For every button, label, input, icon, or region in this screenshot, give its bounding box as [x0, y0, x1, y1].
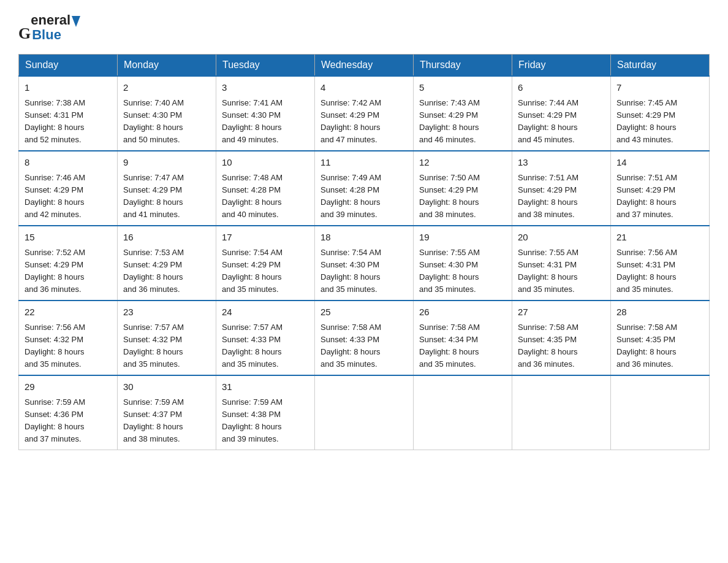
- day-number: 1: [25, 81, 112, 95]
- day-info: Sunrise: 7:59 AMSunset: 4:36 PMDaylight:…: [25, 397, 85, 443]
- day-number: 17: [222, 231, 309, 245]
- week-row-1: 1 Sunrise: 7:38 AMSunset: 4:31 PMDayligh…: [19, 76, 710, 151]
- day-info: Sunrise: 7:47 AMSunset: 4:29 PMDaylight:…: [123, 173, 184, 219]
- calendar-cell: 19 Sunrise: 7:55 AMSunset: 4:30 PMDaylig…: [414, 226, 512, 301]
- day-info: Sunrise: 7:58 AMSunset: 4:34 PMDaylight:…: [419, 323, 480, 369]
- calendar-cell: [611, 375, 710, 450]
- day-number: 23: [123, 305, 210, 320]
- day-number: 11: [320, 156, 408, 170]
- calendar-cell: 31 Sunrise: 7:59 AMSunset: 4:38 PMDaylig…: [216, 375, 315, 450]
- day-info: Sunrise: 7:58 AMSunset: 4:35 PMDaylight:…: [518, 323, 578, 369]
- logo-rest: eneral Blue: [31, 12, 81, 43]
- day-info: Sunrise: 7:57 AMSunset: 4:32 PMDaylight:…: [123, 323, 184, 369]
- day-number: 12: [419, 156, 506, 170]
- day-number: 24: [222, 305, 309, 320]
- day-info: Sunrise: 7:49 AMSunset: 4:28 PMDaylight:…: [320, 173, 381, 219]
- day-number: 5: [419, 81, 506, 95]
- day-number: 18: [320, 231, 408, 245]
- calendar-cell: 16 Sunrise: 7:53 AMSunset: 4:29 PMDaylig…: [118, 226, 216, 301]
- day-number: 10: [222, 156, 309, 170]
- day-info: Sunrise: 7:56 AMSunset: 4:31 PMDaylight:…: [616, 248, 677, 294]
- logo-area: G eneral Blue: [18, 12, 81, 43]
- day-info: Sunrise: 7:42 AMSunset: 4:29 PMDaylight:…: [320, 98, 381, 144]
- week-row-2: 8 Sunrise: 7:46 AMSunset: 4:29 PMDayligh…: [19, 151, 710, 226]
- page-header: G eneral Blue: [18, 12, 710, 43]
- calendar-cell: 4 Sunrise: 7:42 AMSunset: 4:29 PMDayligh…: [315, 76, 414, 151]
- day-info: Sunrise: 7:51 AMSunset: 4:29 PMDaylight:…: [518, 173, 578, 219]
- calendar-cell: 12 Sunrise: 7:50 AMSunset: 4:29 PMDaylig…: [414, 151, 512, 226]
- day-number: 27: [518, 305, 605, 320]
- logo-blue-text: Blue: [31, 27, 81, 43]
- calendar-cell: 27 Sunrise: 7:58 AMSunset: 4:35 PMDaylig…: [512, 301, 611, 375]
- calendar-cell: 11 Sunrise: 7:49 AMSunset: 4:28 PMDaylig…: [315, 151, 414, 226]
- day-info: Sunrise: 7:43 AMSunset: 4:29 PMDaylight:…: [419, 98, 480, 144]
- day-info: Sunrise: 7:50 AMSunset: 4:29 PMDaylight:…: [419, 173, 480, 219]
- svg-marker-0: [72, 16, 80, 27]
- week-row-3: 15 Sunrise: 7:52 AMSunset: 4:29 PMDaylig…: [19, 226, 710, 301]
- day-info: Sunrise: 7:58 AMSunset: 4:35 PMDaylight:…: [616, 323, 677, 369]
- calendar-cell: 6 Sunrise: 7:44 AMSunset: 4:29 PMDayligh…: [512, 76, 611, 151]
- logo-row1: eneral: [31, 12, 81, 28]
- day-info: Sunrise: 7:53 AMSunset: 4:29 PMDaylight:…: [123, 248, 184, 294]
- day-number: 15: [25, 231, 112, 245]
- calendar-table: SundayMondayTuesdayWednesdayThursdayFrid…: [18, 54, 710, 450]
- day-number: 20: [518, 231, 605, 245]
- day-number: 4: [320, 81, 408, 95]
- day-info: Sunrise: 7:58 AMSunset: 4:33 PMDaylight:…: [320, 323, 381, 369]
- col-header-sunday: Sunday: [19, 55, 118, 77]
- day-info: Sunrise: 7:59 AMSunset: 4:38 PMDaylight:…: [222, 397, 282, 443]
- day-info: Sunrise: 7:54 AMSunset: 4:30 PMDaylight:…: [320, 248, 381, 294]
- calendar-cell: 20 Sunrise: 7:55 AMSunset: 4:31 PMDaylig…: [512, 226, 611, 301]
- day-number: 21: [616, 231, 703, 245]
- day-number: 8: [25, 156, 112, 170]
- calendar-cell: 17 Sunrise: 7:54 AMSunset: 4:29 PMDaylig…: [216, 226, 315, 301]
- col-header-wednesday: Wednesday: [315, 55, 414, 77]
- calendar-cell: 5 Sunrise: 7:43 AMSunset: 4:29 PMDayligh…: [414, 76, 512, 151]
- week-row-5: 29 Sunrise: 7:59 AMSunset: 4:36 PMDaylig…: [19, 375, 710, 450]
- day-info: Sunrise: 7:41 AMSunset: 4:30 PMDaylight:…: [222, 98, 282, 144]
- calendar-cell: [512, 375, 611, 450]
- calendar-cell: [315, 375, 414, 450]
- day-number: 14: [616, 156, 703, 170]
- day-info: Sunrise: 7:38 AMSunset: 4:31 PMDaylight:…: [25, 98, 85, 144]
- day-info: Sunrise: 7:48 AMSunset: 4:28 PMDaylight:…: [222, 173, 282, 219]
- calendar-cell: 21 Sunrise: 7:56 AMSunset: 4:31 PMDaylig…: [611, 226, 710, 301]
- calendar-cell: 25 Sunrise: 7:58 AMSunset: 4:33 PMDaylig…: [315, 301, 414, 375]
- calendar-cell: 13 Sunrise: 7:51 AMSunset: 4:29 PMDaylig…: [512, 151, 611, 226]
- col-header-monday: Monday: [118, 55, 216, 77]
- day-number: 26: [419, 305, 506, 320]
- calendar-cell: 18 Sunrise: 7:54 AMSunset: 4:30 PMDaylig…: [315, 226, 414, 301]
- calendar-cell: 28 Sunrise: 7:58 AMSunset: 4:35 PMDaylig…: [611, 301, 710, 375]
- calendar-cell: 3 Sunrise: 7:41 AMSunset: 4:30 PMDayligh…: [216, 76, 315, 151]
- calendar-cell: 10 Sunrise: 7:48 AMSunset: 4:28 PMDaylig…: [216, 151, 315, 226]
- day-info: Sunrise: 7:56 AMSunset: 4:32 PMDaylight:…: [25, 323, 85, 369]
- day-number: 16: [123, 231, 210, 245]
- day-info: Sunrise: 7:45 AMSunset: 4:29 PMDaylight:…: [616, 98, 677, 144]
- calendar-cell: 30 Sunrise: 7:59 AMSunset: 4:37 PMDaylig…: [118, 375, 216, 450]
- day-number: 7: [616, 81, 703, 95]
- week-row-4: 22 Sunrise: 7:56 AMSunset: 4:32 PMDaylig…: [19, 301, 710, 375]
- calendar-cell: 1 Sunrise: 7:38 AMSunset: 4:31 PMDayligh…: [19, 76, 118, 151]
- calendar-cell: 22 Sunrise: 7:56 AMSunset: 4:32 PMDaylig…: [19, 301, 118, 375]
- day-info: Sunrise: 7:59 AMSunset: 4:37 PMDaylight:…: [123, 397, 184, 443]
- day-info: Sunrise: 7:57 AMSunset: 4:33 PMDaylight:…: [222, 323, 282, 369]
- day-info: Sunrise: 7:44 AMSunset: 4:29 PMDaylight:…: [518, 98, 578, 144]
- logo-g-letter: G: [18, 25, 31, 43]
- day-info: Sunrise: 7:46 AMSunset: 4:29 PMDaylight:…: [25, 173, 85, 219]
- day-info: Sunrise: 7:55 AMSunset: 4:30 PMDaylight:…: [419, 248, 480, 294]
- day-number: 29: [25, 380, 112, 394]
- day-number: 22: [25, 305, 112, 320]
- calendar-cell: 2 Sunrise: 7:40 AMSunset: 4:30 PMDayligh…: [118, 76, 216, 151]
- calendar-cell: 24 Sunrise: 7:57 AMSunset: 4:33 PMDaylig…: [216, 301, 315, 375]
- col-header-friday: Friday: [512, 55, 611, 77]
- day-number: 19: [419, 231, 506, 245]
- calendar-cell: 23 Sunrise: 7:57 AMSunset: 4:32 PMDaylig…: [118, 301, 216, 375]
- day-info: Sunrise: 7:51 AMSunset: 4:29 PMDaylight:…: [616, 173, 677, 219]
- calendar-cell: 29 Sunrise: 7:59 AMSunset: 4:36 PMDaylig…: [19, 375, 118, 450]
- day-number: 3: [222, 81, 309, 95]
- day-info: Sunrise: 7:40 AMSunset: 4:30 PMDaylight:…: [123, 98, 184, 144]
- col-header-saturday: Saturday: [611, 55, 710, 77]
- day-info: Sunrise: 7:55 AMSunset: 4:31 PMDaylight:…: [518, 248, 578, 294]
- day-info: Sunrise: 7:54 AMSunset: 4:29 PMDaylight:…: [222, 248, 282, 294]
- day-number: 2: [123, 81, 210, 95]
